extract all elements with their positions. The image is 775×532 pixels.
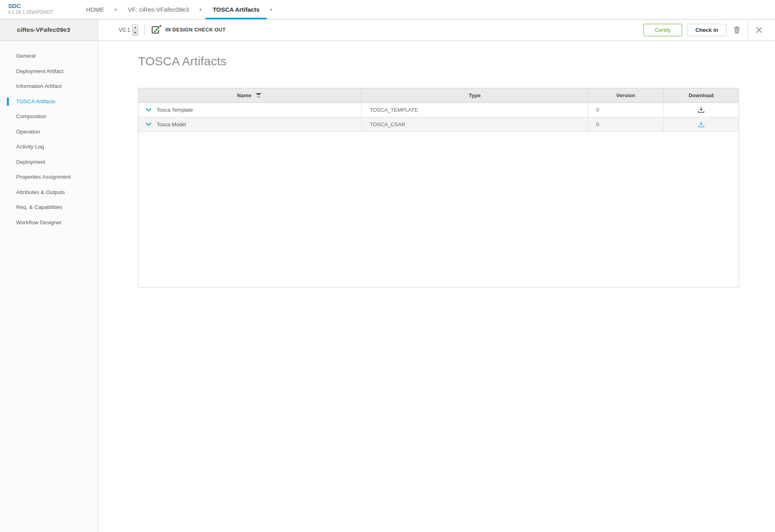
close-button[interactable] bbox=[752, 23, 766, 37]
cell-type: TOSCA_TEMPLATE bbox=[362, 103, 588, 117]
tab-home-label: HOME bbox=[86, 6, 104, 13]
sidebar-item-req-capabilities[interactable]: Req. & Capabilities bbox=[0, 200, 98, 215]
version-stepper[interactable] bbox=[132, 25, 138, 35]
toolbar-right: Certify Check in bbox=[643, 21, 766, 38]
certify-button[interactable]: Certify bbox=[643, 24, 682, 36]
checkout-edit-icon bbox=[151, 25, 161, 35]
sidebar-item-workflow-designer[interactable]: Workflow Designer bbox=[0, 215, 98, 230]
content-area: General Deployment Artifact Information … bbox=[0, 41, 775, 532]
sidebar: General Deployment Artifact Information … bbox=[0, 41, 98, 532]
version-step-down[interactable] bbox=[133, 30, 138, 35]
sidebar-item-composition[interactable]: Composition bbox=[0, 109, 98, 124]
table-header-row: Name Type Version bbox=[138, 88, 739, 103]
artifact-name: Tosca Template bbox=[157, 107, 193, 113]
sidebar-item-deployment-artifact[interactable]: Deployment Artifact bbox=[0, 64, 98, 79]
cell-type: TOSCA_CSAR bbox=[362, 117, 588, 131]
sidebar-item-operation[interactable]: Operation bbox=[0, 124, 98, 140]
app-version: v.1.16.1-SNAPSHOT bbox=[8, 9, 79, 15]
cell-download bbox=[664, 103, 739, 117]
tab-vf-cires[interactable]: VF: ciRes-VFafec09e3 bbox=[121, 0, 196, 19]
divider bbox=[748, 21, 748, 38]
cell-name: Tosca Model bbox=[138, 117, 362, 131]
tab-tosca-label: TOSCA Artifacts bbox=[213, 6, 260, 13]
app-name: SDC bbox=[8, 2, 79, 9]
sdc-app: SDC v.1.16.1-SNAPSHOT HOME VF: ciRes-VFa… bbox=[0, 0, 775, 532]
page-title: TOSCA Artifacts bbox=[138, 52, 775, 71]
sort-icon[interactable] bbox=[254, 93, 263, 98]
toolbar-left: V0.1 IN DESIGN CHECK OUT bbox=[119, 24, 226, 36]
entity-toolbar: ciRes-VFafec09e3 V0.1 IN DESIGN bbox=[0, 19, 775, 41]
cell-download bbox=[664, 117, 739, 131]
sidebar-item-deployment[interactable]: Deployment bbox=[0, 154, 98, 170]
checkin-button[interactable]: Check in bbox=[687, 24, 727, 36]
tab-vf-label: VF: ciRes-VFafec09e3 bbox=[128, 6, 189, 13]
sidebar-item-general[interactable]: General bbox=[0, 48, 98, 64]
column-header-version[interactable]: Version bbox=[588, 88, 664, 102]
toolbar: V0.1 IN DESIGN CHECK OUT Cert bbox=[98, 19, 775, 40]
breadcrumb: HOME VF: ciRes-VFafec09e3 TOSCA Artifact… bbox=[79, 0, 276, 19]
cell-name: Tosca Template bbox=[138, 103, 362, 117]
sdc-logo[interactable]: SDC v.1.16.1-SNAPSHOT bbox=[0, 0, 79, 19]
tab-tosca-artifacts[interactable]: TOSCA Artifacts bbox=[205, 0, 267, 19]
column-header-type[interactable]: Type bbox=[362, 88, 588, 102]
top-nav: SDC v.1.16.1-SNAPSHOT HOME VF: ciRes-VFa… bbox=[0, 0, 775, 19]
breadcrumb-arrow-icon bbox=[115, 8, 117, 11]
close-icon bbox=[756, 27, 762, 33]
tosca-artifacts-table: Name Type Version bbox=[138, 88, 739, 288]
table-row-tosca-template[interactable]: Tosca Template TOSCA_TEMPLATE 0 bbox=[138, 103, 739, 117]
sidebar-item-tosca-artifacts[interactable]: TOSCA Artifacts bbox=[0, 94, 98, 109]
lifecycle-status: IN DESIGN CHECK OUT bbox=[165, 27, 226, 33]
column-version-label: Version bbox=[616, 92, 635, 98]
column-name-label: Name bbox=[237, 92, 251, 98]
artifact-name: Tosca Model bbox=[157, 121, 186, 127]
chevron-down-icon[interactable] bbox=[146, 108, 151, 112]
column-type-label: Type bbox=[469, 92, 480, 98]
download-icon[interactable] bbox=[698, 106, 705, 113]
column-download-label: Download bbox=[689, 92, 714, 98]
sidebar-item-attributes-outputs[interactable]: Attributes & Outputs bbox=[0, 185, 98, 200]
breadcrumb-arrow-icon bbox=[200, 8, 202, 11]
sidebar-item-information-artifact[interactable]: Information Artifact bbox=[0, 79, 98, 94]
sidebar-item-activity-log[interactable]: Activity Log bbox=[0, 139, 98, 154]
table-row-tosca-model[interactable]: Tosca Model TOSCA_CSAR 0 bbox=[138, 117, 739, 132]
cell-version: 0 bbox=[588, 117, 664, 131]
column-header-download[interactable]: Download bbox=[664, 88, 739, 102]
tab-home[interactable]: HOME bbox=[79, 0, 111, 19]
version-step-up[interactable] bbox=[133, 25, 138, 30]
delete-button[interactable] bbox=[730, 23, 744, 37]
main-panel: TOSCA Artifacts Name Type bbox=[98, 41, 775, 532]
cell-version: 0 bbox=[588, 103, 664, 117]
trash-icon bbox=[733, 26, 740, 34]
download-icon[interactable] bbox=[698, 121, 705, 128]
chevron-down-icon[interactable] bbox=[146, 123, 151, 126]
sidebar-item-properties-assignment[interactable]: Properties Assignment bbox=[0, 169, 98, 185]
column-header-name[interactable]: Name bbox=[138, 88, 362, 102]
breadcrumb-arrow-icon bbox=[270, 8, 272, 11]
divider bbox=[144, 24, 145, 36]
table-empty-area bbox=[138, 132, 739, 287]
entity-name: ciRes-VFafec09e3 bbox=[0, 19, 98, 40]
version-label: V0.1 bbox=[119, 27, 130, 33]
